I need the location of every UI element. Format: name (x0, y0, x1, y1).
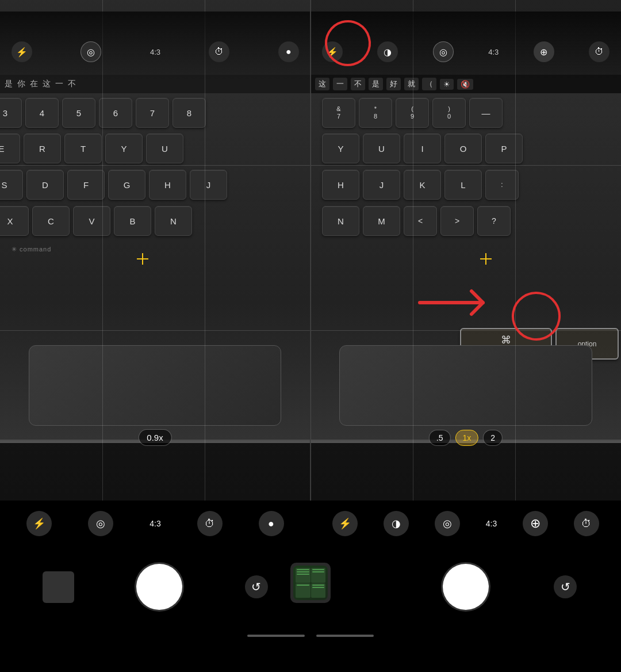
key-n: N (155, 206, 192, 236)
zoom-indicator-left[interactable]: 0.9x (138, 429, 171, 446)
key-semicolon: : (485, 170, 519, 200)
key-pr: P (485, 133, 523, 163)
camera-left-pane: 是你在这一不 3 4 5 6 7 8 E R T Y U S D F G H J (0, 0, 310, 501)
ratio-ctrl-left[interactable]: 4:3 (150, 519, 160, 528)
app-line-4 (312, 569, 325, 570)
top-bar-left: ⚡ ◎ 4:3 ⏱ ● (0, 12, 310, 81)
center-app-icon[interactable] (290, 563, 331, 603)
app-line-7 (312, 585, 325, 586)
shutter-right: ↺ (310, 547, 621, 627)
camera-right-pane: 这 一 不 是 好 就 （ ☀ 🔇 &7 *8 (9 )0 — Y U I O … (310, 0, 621, 501)
key-j: J (190, 170, 227, 200)
zoom-05-btn[interactable]: .5 (429, 430, 451, 446)
key-b: B (114, 206, 151, 236)
hrow-right: H J K L : (322, 170, 519, 200)
key-dash: — (469, 98, 503, 128)
trackpad-left (29, 345, 281, 426)
key-y: Y (105, 133, 143, 163)
key-e: E (0, 133, 20, 163)
app-cell-2 (311, 568, 326, 583)
command-label-left: ✳ command (12, 246, 51, 253)
shutter-btn-left[interactable] (136, 564, 182, 610)
home-indicator (0, 627, 621, 644)
key-8: 8 (172, 98, 206, 128)
flip-icon-left[interactable]: ↺ (245, 575, 268, 598)
zoom-group-right: .5 1x 2 (429, 430, 503, 446)
ratio-label-left[interactable]: 4:3 (150, 48, 160, 56)
live-icon-left[interactable]: ◎ (80, 41, 101, 62)
plus-icon-right[interactable]: ⊕ (534, 41, 554, 62)
halftone-icon-right[interactable]: ◑ (377, 41, 398, 62)
key-kr: K (404, 170, 441, 200)
arow-left: S D F G H J (0, 170, 227, 200)
key-ir: I (404, 133, 441, 163)
numrow-right: &7 *8 (9 )0 — (322, 98, 503, 128)
app-icon-inner (293, 566, 328, 600)
yrow-right: Y U I O P (322, 133, 523, 163)
shutter-left: ↺ (0, 547, 310, 627)
key-5: 5 (62, 98, 95, 128)
timer-ctrl-right[interactable]: ⏱ (574, 511, 599, 536)
halftone-ctrl-right[interactable]: ◑ (384, 511, 409, 536)
effect-ctrl-left[interactable]: ● (259, 511, 284, 536)
flash-ctrl-right[interactable]: ⚡ (332, 511, 358, 536)
home-bar-right (316, 635, 374, 637)
flash-icon-left[interactable]: ⚡ (12, 41, 32, 62)
key-h: H (149, 170, 186, 200)
key-x: X (0, 206, 29, 236)
effect-icon-left[interactable]: ● (278, 41, 299, 62)
timer-icon-right[interactable]: ⏱ (589, 41, 610, 62)
key-r: R (24, 133, 61, 163)
key-4: 4 (25, 98, 59, 128)
key-d: D (26, 170, 64, 200)
key-or: O (444, 133, 482, 163)
nmrow-right: N M < > ? (322, 206, 511, 236)
home-bar-left (247, 635, 305, 637)
key-9r: (9 (396, 98, 429, 128)
app-line-2 (297, 571, 309, 572)
live-icon-right[interactable]: ◎ (433, 41, 454, 62)
focus-cross-right (480, 253, 492, 265)
red-arrow-annotation (414, 280, 518, 328)
ratio-label-right[interactable]: 4:3 (488, 48, 499, 56)
key-g: G (108, 170, 145, 200)
key-s: S (0, 170, 23, 200)
plus-ctrl-right[interactable]: ⊕ (523, 511, 548, 536)
flash-ctrl-left[interactable]: ⚡ (26, 511, 52, 536)
app-cell-1 (296, 568, 310, 583)
live-ctrl-left[interactable]: ◎ (88, 511, 113, 536)
key-3: 3 (0, 98, 22, 128)
controls-icons-row: ⚡ ◎ 4:3 ⏱ ● ⚡ ◑ ◎ 4:3 ⊕ ⏱ (0, 501, 621, 547)
zoom-1x-btn[interactable]: 1x (455, 430, 479, 446)
key-7: 7 (136, 98, 169, 128)
controls-icons-right: ⚡ ◑ ◎ 4:3 ⊕ ⏱ (310, 501, 621, 547)
thumbnail-left[interactable] (43, 571, 74, 603)
app-line-3 (297, 574, 309, 575)
controls-icons-left: ⚡ ◎ 4:3 ⏱ ● (0, 501, 310, 547)
key-qmark: ? (477, 206, 511, 236)
flip-icon-right[interactable]: ↺ (554, 575, 577, 598)
focus-cross-left (137, 253, 148, 265)
key-u: U (146, 133, 183, 163)
key-yr: Y (322, 133, 359, 163)
key-ur: U (363, 133, 400, 163)
timer-ctrl-left[interactable]: ⏱ (197, 511, 223, 536)
numrow-left: 3 4 5 6 7 8 (0, 98, 206, 128)
timer-icon-left[interactable]: ⏱ (209, 41, 229, 62)
command-symbol: ⌘ (501, 334, 511, 346)
key-8r: *8 (359, 98, 392, 128)
live-ctrl-right[interactable]: ◎ (435, 511, 460, 536)
key-nr: N (322, 206, 359, 236)
key-hr: H (322, 170, 359, 200)
app-line-5 (312, 571, 325, 572)
center-app-icon-container (290, 563, 331, 603)
zrow-left: X C V B N (0, 206, 192, 236)
camera-area: 是你在这一不 3 4 5 6 7 8 E R T Y U S D F G H J (0, 0, 621, 501)
ratio-ctrl-right[interactable]: 4:3 (486, 519, 497, 528)
flash-icon-right[interactable]: ⚡ (322, 41, 343, 62)
key-gt: > (440, 206, 474, 236)
shutter-btn-right[interactable] (443, 564, 489, 610)
zoom-2-btn[interactable]: 2 (483, 430, 503, 446)
qrow-left: E R T Y U (0, 133, 183, 163)
key-mr: M (363, 206, 400, 236)
